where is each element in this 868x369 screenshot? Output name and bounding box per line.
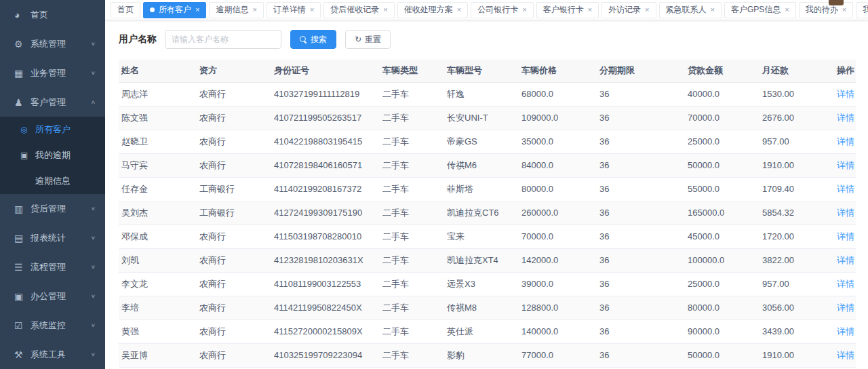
sidebar-item-7[interactable]: ▣办公管理∨: [0, 281, 105, 311]
action-cell: 详情: [831, 319, 856, 343]
tab-label: 所有客户: [159, 4, 191, 16]
close-icon[interactable]: ×: [383, 6, 387, 14]
search-button[interactable]: 搜索: [290, 30, 336, 49]
close-icon[interactable]: ×: [310, 6, 314, 14]
detail-link[interactable]: 详情: [837, 231, 854, 241]
sidebar-item-1[interactable]: ⚙系统管理∨: [0, 29, 105, 58]
cell: 90000.0: [685, 319, 760, 343]
sidebar-item-2[interactable]: ▦业务管理∨: [0, 58, 105, 88]
column-header-0: 姓名: [119, 60, 197, 82]
action-cell: 详情: [831, 130, 856, 153]
tab-12[interactable]: 我的流程×: [856, 2, 868, 18]
submenu-item-0[interactable]: ◎所有客户: [0, 117, 105, 142]
tab-4[interactable]: 贷后催收记录×: [323, 2, 394, 18]
column-header-7: 贷款金额: [685, 60, 760, 82]
tab-7[interactable]: 客户银行卡×: [536, 2, 599, 18]
search-field-label: 用户名称: [119, 33, 157, 45]
sidebar-item-4[interactable]: ▥贷后管理∨: [0, 194, 105, 223]
tab-0[interactable]: 首页×: [111, 2, 140, 18]
detail-link[interactable]: 详情: [837, 326, 854, 336]
tab-9[interactable]: 紧急联系人×: [659, 2, 722, 18]
cell: 菲斯塔: [444, 177, 519, 201]
close-icon[interactable]: ×: [457, 6, 461, 14]
detail-link[interactable]: 详情: [837, 279, 854, 289]
detail-link[interactable]: 详情: [837, 113, 854, 123]
cell: 任存金: [119, 177, 197, 201]
cell: 70000.0: [685, 106, 760, 130]
table-row: 邓保成农商行411503198708280010二手车宝来70000.03645…: [119, 225, 856, 248]
table-row: 吴刘杰工商银行412724199309175190二手车凯迪拉克CT626000…: [119, 201, 856, 225]
close-icon[interactable]: ×: [252, 6, 256, 14]
avatar[interactable]: [829, 0, 844, 5]
close-icon[interactable]: ×: [842, 6, 846, 14]
reset-button[interactable]: ↻ 重置: [345, 30, 391, 49]
cell: 1709.40: [760, 177, 831, 201]
active-dot-icon: [150, 7, 155, 12]
tab-8[interactable]: 外访记录×: [601, 2, 656, 18]
close-icon[interactable]: ×: [711, 6, 715, 14]
cell: 41152720000215809X: [271, 319, 380, 343]
column-header-2: 身份证号: [271, 60, 380, 82]
tab-11[interactable]: 我的待办×: [799, 2, 853, 18]
table-row: 刘凯农商行41232819810203631X二手车凯迪拉克XT4142000.…: [119, 248, 856, 272]
cell: 二手车: [380, 225, 444, 248]
submenu-item-2[interactable]: 逾期信息: [0, 168, 105, 194]
tab-3[interactable]: 订单详情×: [267, 2, 321, 18]
office-icon: ▣: [14, 291, 31, 302]
cell: 412724199309175190: [271, 201, 380, 225]
detail-link[interactable]: 详情: [837, 350, 854, 360]
cell: 36: [597, 248, 685, 272]
cell: 36: [597, 225, 685, 248]
customer-name-input[interactable]: [165, 30, 281, 49]
detail-link[interactable]: 详情: [837, 303, 854, 313]
detail-link[interactable]: 详情: [837, 89, 854, 99]
cell: 3822.00: [760, 248, 831, 272]
tab-5[interactable]: 催收处理方案×: [397, 2, 468, 18]
cell: 传祺M6: [444, 153, 519, 177]
close-icon[interactable]: ×: [785, 6, 789, 14]
close-icon[interactable]: ×: [522, 6, 526, 14]
cell: 45000.0: [685, 225, 760, 248]
grid-icon: ▦: [14, 68, 31, 79]
detail-link[interactable]: 详情: [837, 255, 854, 265]
detail-link[interactable]: 详情: [837, 208, 854, 218]
detail-link[interactable]: 详情: [837, 136, 854, 147]
submenu-item-1[interactable]: ▣我的逾期: [0, 142, 105, 168]
detail-link[interactable]: 详情: [837, 160, 854, 170]
tab-10[interactable]: 客户GPS信息×: [724, 2, 796, 18]
cell: 36: [597, 296, 685, 319]
flow-icon: ☰: [14, 262, 31, 273]
sidebar-item-6[interactable]: ☰流程管理∨: [0, 252, 105, 281]
close-icon[interactable]: ×: [588, 6, 592, 14]
sidebar-item-9[interactable]: ⚒系统工具∨: [0, 340, 105, 369]
detail-link[interactable]: 详情: [837, 184, 854, 194]
cell: 二手车: [380, 82, 444, 106]
cell: 长安UNI-T: [444, 106, 519, 130]
tab-6[interactable]: 公司银行卡×: [471, 2, 533, 18]
tab-label: 公司银行卡: [477, 4, 518, 16]
column-header-3: 车辆类型: [380, 60, 444, 82]
sidebar-item-0[interactable]: ◕首页: [0, 0, 105, 29]
cell: 410721199505263517: [271, 106, 380, 130]
search-form: 用户名称 搜索 ↻ 重置: [119, 30, 856, 49]
sidebar-item-5[interactable]: ▤报表统计∨: [0, 223, 105, 252]
action-cell: 详情: [831, 225, 856, 248]
tab-label: 客户GPS信息: [731, 4, 781, 16]
cell: 周志洋: [119, 82, 197, 106]
monitor-icon: ☑: [14, 320, 31, 331]
cell: 工商银行: [197, 177, 271, 201]
cell: 35000.0: [519, 130, 597, 153]
tab-1[interactable]: 所有客户×: [143, 2, 206, 18]
sidebar-item-3[interactable]: ♟客户管理∧: [0, 88, 105, 117]
table-row: 周志洋农商行410327199111112819二手车轩逸68000.03640…: [119, 82, 856, 106]
cell: 100000.0: [685, 248, 760, 272]
sidebar-item-label: 首页: [31, 9, 96, 21]
sidebar-item-8[interactable]: ☑系统监控∨: [0, 311, 105, 340]
close-icon[interactable]: ×: [645, 6, 649, 14]
submenu-item-label: 逾期信息: [35, 175, 71, 187]
tab-2[interactable]: 逾期信息×: [209, 2, 263, 18]
close-icon[interactable]: ×: [195, 6, 199, 14]
table-row: 赵晓卫农商行410422198803195415二手车帝豪GS35000.036…: [119, 130, 856, 153]
cell: 36: [597, 272, 685, 296]
cell: 农商行: [197, 248, 271, 272]
